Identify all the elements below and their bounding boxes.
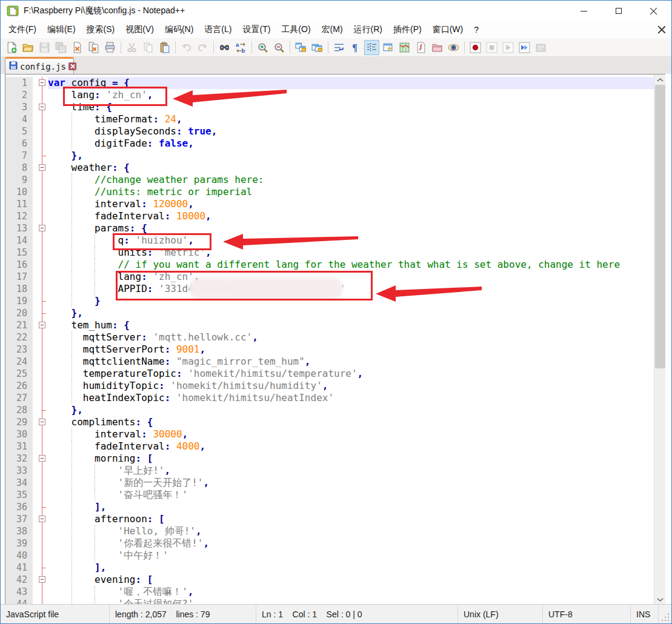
line-number[interactable]: 14	[5, 234, 33, 247]
line-number[interactable]: 29	[5, 416, 33, 428]
line-number[interactable]: 9	[5, 174, 33, 186]
line-number[interactable]: 12	[5, 210, 33, 222]
code-text[interactable]: '喔，不错嘛！',	[48, 586, 654, 598]
line-number[interactable]: 20	[5, 307, 33, 319]
toolbar-find-icon[interactable]	[217, 40, 232, 55]
code-text[interactable]: },	[48, 404, 654, 416]
line-number[interactable]: 22	[5, 331, 33, 344]
bookmark-margin[interactable]	[33, 574, 37, 586]
menu-item-8[interactable]: 宏(M)	[316, 22, 348, 38]
bookmark-margin[interactable]	[33, 331, 37, 344]
toolbar-word-wrap-icon[interactable]	[331, 40, 347, 55]
bookmark-margin[interactable]	[33, 89, 37, 101]
fold-minus-icon[interactable]	[39, 225, 45, 231]
toolbar-monitoring-icon[interactable]	[446, 40, 461, 55]
bookmark-margin[interactable]	[33, 477, 37, 489]
line-number[interactable]: 17	[5, 271, 33, 283]
bookmark-margin[interactable]	[33, 125, 37, 138]
status-eol-format[interactable]: Unix (LF)	[458, 605, 543, 623]
bookmark-margin[interactable]	[33, 259, 37, 271]
line-number[interactable]: 21	[5, 319, 33, 331]
bookmark-margin[interactable]	[33, 428, 37, 440]
close-button[interactable]	[636, 1, 671, 21]
bookmark-margin[interactable]	[33, 537, 37, 549]
fold-minus-icon[interactable]	[39, 322, 45, 328]
bookmark-margin[interactable]	[33, 513, 37, 525]
bookmark-margin[interactable]	[33, 283, 37, 295]
editor-pane[interactable]: 1var config = {2 lang: 'zh_cn',3 time: {…	[5, 74, 665, 604]
code-text[interactable]: tem_hum: {	[48, 319, 654, 331]
bookmark-margin[interactable]	[33, 174, 37, 186]
line-number[interactable]: 13	[5, 222, 33, 234]
menu-item-1[interactable]: 编辑(E)	[42, 22, 81, 38]
bookmark-margin[interactable]	[33, 586, 37, 598]
bookmark-margin[interactable]	[33, 198, 37, 210]
bookmark-margin[interactable]	[33, 440, 37, 453]
code-text[interactable]: ],	[48, 501, 654, 513]
code-text[interactable]: afternoon: [	[48, 513, 654, 525]
fold-minus-icon[interactable]	[39, 79, 45, 86]
toolbar-zoom-in-icon[interactable]	[255, 40, 270, 55]
code-text[interactable]: fadeInterval: 4000,	[48, 440, 654, 453]
line-number[interactable]: 28	[5, 404, 33, 416]
bookmark-margin[interactable]	[33, 319, 37, 331]
bookmark-margin[interactable]	[33, 101, 37, 113]
minimize-button[interactable]	[566, 1, 601, 21]
bookmark-margin[interactable]	[33, 489, 37, 501]
toolbar-close-all-icon[interactable]	[86, 40, 101, 55]
bookmark-margin[interactable]	[33, 186, 37, 198]
bookmark-margin[interactable]	[33, 162, 37, 174]
line-number[interactable]: 5	[5, 125, 33, 138]
fold-collapse-marker[interactable]	[37, 574, 48, 586]
menu-item-3[interactable]: 视图(V)	[120, 22, 159, 38]
code-text[interactable]: fadeInterval: 10000,	[48, 210, 654, 222]
line-number[interactable]: 23	[5, 344, 33, 356]
status-typing-mode[interactable]: INS	[631, 605, 659, 623]
menu-item-6[interactable]: 设置(T)	[237, 22, 276, 38]
code-text[interactable]: timeFormat: 24,	[48, 113, 654, 125]
code-text[interactable]: ],	[48, 562, 654, 574]
code-text[interactable]: //change weather params here:	[48, 174, 654, 186]
toolbar-print-icon[interactable]	[102, 40, 118, 55]
bookmark-margin[interactable]	[33, 392, 37, 404]
toolbar-new-file-icon[interactable]	[4, 40, 19, 55]
line-number[interactable]: 26	[5, 380, 33, 392]
code-text[interactable]: compliments: {	[48, 416, 654, 428]
bookmark-margin[interactable]	[33, 549, 37, 562]
bookmark-margin[interactable]	[33, 562, 37, 574]
tab-close-icon[interactable]	[68, 62, 76, 70]
fold-minus-icon[interactable]	[39, 164, 45, 171]
bookmark-margin[interactable]	[33, 150, 37, 162]
line-number[interactable]: 42	[5, 574, 33, 586]
code-text[interactable]: //units: metric or imperial	[48, 186, 654, 198]
line-number[interactable]: 37	[5, 513, 33, 525]
notepad-plus-plus-icon[interactable]	[7, 5, 19, 17]
bookmark-margin[interactable]	[33, 307, 37, 319]
fold-collapse-marker[interactable]	[37, 453, 48, 465]
code-text[interactable]: evening: [	[48, 574, 654, 586]
fold-collapse-marker[interactable]	[37, 222, 48, 234]
line-number[interactable]: 24	[5, 356, 33, 368]
bookmark-margin[interactable]	[33, 234, 37, 247]
title-bar[interactable]: F:\Raspberry Pi\魔镜\config.js - Notepad++	[1, 1, 671, 21]
bookmark-margin[interactable]	[33, 453, 37, 465]
code-text[interactable]: '新的一天开始了!',	[48, 477, 654, 489]
bookmark-margin[interactable]	[33, 113, 37, 125]
code-text[interactable]: params: {	[48, 222, 654, 234]
status-encoding[interactable]: UTF-8	[543, 605, 631, 623]
fold-collapse-marker[interactable]	[37, 319, 48, 331]
bookmark-margin[interactable]	[33, 380, 37, 392]
line-number[interactable]: 43	[5, 586, 33, 598]
line-number[interactable]: 18	[5, 283, 33, 295]
bookmark-margin[interactable]	[33, 501, 37, 513]
scrollbar-thumb[interactable]	[655, 85, 665, 368]
line-number[interactable]: 16	[5, 259, 33, 271]
line-number[interactable]: 11	[5, 198, 33, 210]
code-text[interactable]: '今天过得如何?',	[48, 598, 654, 604]
line-number[interactable]: 30	[5, 428, 33, 440]
toolbar-show-indent-guide-icon[interactable]	[364, 40, 379, 55]
code-text[interactable]: digitFade: false,	[48, 138, 654, 150]
toolbar-close-file-icon[interactable]	[70, 40, 85, 55]
toolbar-macro-record-icon[interactable]	[468, 40, 483, 55]
bookmark-margin[interactable]	[33, 368, 37, 380]
